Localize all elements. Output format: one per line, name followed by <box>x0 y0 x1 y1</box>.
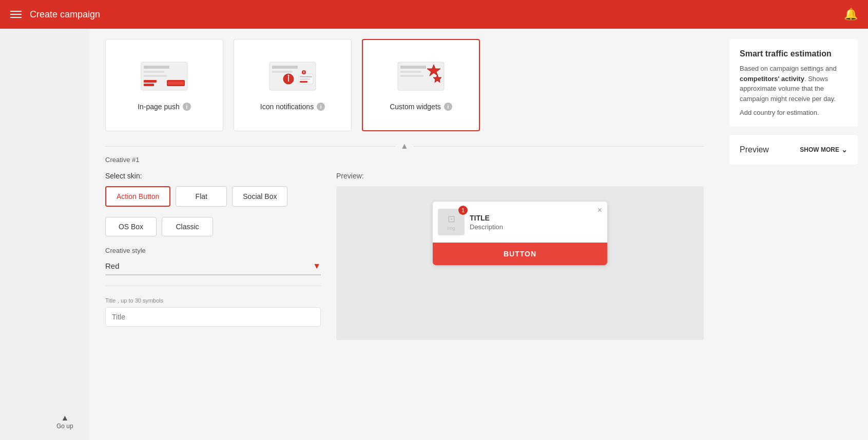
campaign-type-icon-notifications[interactable]: Icon notifications i <box>234 39 352 131</box>
icon-notifications-info-icon[interactable]: i <box>317 103 325 111</box>
skin-action-button[interactable]: Action Button <box>105 186 170 207</box>
in-page-push-illustration <box>139 59 190 95</box>
notification-top: ⊡ Img 1 TITLE Description × <box>433 202 607 243</box>
creative-style-label: Creative style <box>105 247 321 254</box>
app-header: Create campaign 🔔 <box>0 0 868 29</box>
preview-card-header: Preview SHOW MORE ⌄ <box>740 145 847 154</box>
title-field-group: Title , up to 30 symbols <box>105 296 321 327</box>
title-input[interactable] <box>105 307 321 327</box>
go-up-arrow-icon: ▲ <box>61 413 69 423</box>
go-up-label: Go up <box>56 423 73 430</box>
go-up-button[interactable]: ▲ Go up <box>56 413 73 430</box>
notification-card: ⊡ Img 1 TITLE Description × BUTTON <box>433 202 607 265</box>
svg-rect-3 <box>144 75 167 77</box>
preview-box: ⊡ Img 1 TITLE Description × BUTTON <box>336 186 704 340</box>
select-skin-label: Select skin: <box>105 172 321 180</box>
notification-close-icon[interactable]: × <box>597 206 602 215</box>
svg-rect-7 <box>144 84 154 86</box>
svg-rect-2 <box>144 71 164 73</box>
creative-style-group: Creative style Red Blue Green Dark ▼ <box>105 247 321 275</box>
hamburger-menu[interactable] <box>10 11 22 18</box>
smart-traffic-description: Based on campaign settings and competito… <box>740 64 847 104</box>
svg-rect-10 <box>272 71 293 73</box>
img-label: Img <box>447 226 455 231</box>
chevron-down-icon: ⌄ <box>841 146 847 154</box>
skin-os-box[interactable]: OS Box <box>105 217 157 236</box>
smart-traffic-card: Smart traffic estimation Based on campai… <box>729 39 858 127</box>
icon-notifications-illustration <box>267 59 318 95</box>
in-page-push-label: In-page push i <box>138 103 191 111</box>
creative-left-panel: Select skin: Action Button Flat Social B… <box>105 172 321 340</box>
svg-rect-6 <box>144 80 157 83</box>
title-field-label: Title , up to 30 symbols <box>105 296 321 304</box>
custom-widgets-illustration <box>395 59 447 95</box>
svg-rect-23 <box>400 71 421 73</box>
creative-section: Creative #1 Select skin: Action Button F… <box>105 156 704 340</box>
campaign-type-custom-widgets[interactable]: Custom widgets i <box>362 39 480 131</box>
svg-rect-1 <box>144 66 169 69</box>
svg-point-14 <box>288 75 290 76</box>
svg-rect-5 <box>168 82 184 85</box>
preview-side-title: Preview <box>740 145 769 154</box>
show-more-button[interactable]: SHOW MORE ⌄ <box>800 146 847 154</box>
skin-buttons: Action Button Flat Social Box <box>105 186 321 207</box>
creative-style-dropdown-wrapper: Red Blue Green Dark ▼ <box>105 257 321 275</box>
custom-widgets-info-icon[interactable]: i <box>444 103 452 111</box>
right-sidebar: Smart traffic estimation Based on campai… <box>719 29 868 440</box>
preview-panel: Preview: ⊡ Img 1 TITLE <box>336 172 704 340</box>
skin-social-box[interactable]: Social Box <box>232 186 287 207</box>
notification-title: TITLE <box>470 214 600 222</box>
notification-badge: 1 <box>458 206 468 215</box>
svg-rect-22 <box>400 66 426 69</box>
skin-buttons-row2: OS Box Classic <box>105 217 321 236</box>
image-icon: ⊡ <box>448 213 455 225</box>
main-content: In-page push i <box>90 29 719 440</box>
campaign-type-cards: In-page push i <box>105 39 704 131</box>
notification-bell-icon[interactable]: 🔔 <box>844 8 858 21</box>
svg-rect-17 <box>300 78 310 80</box>
creative-section-title: Creative #1 <box>105 156 704 164</box>
skin-flat[interactable]: Flat <box>176 186 227 207</box>
section-divider: ▲ <box>105 142 704 151</box>
in-page-push-info-icon[interactable]: i <box>183 103 191 111</box>
notification-text: TITLE Description <box>470 214 600 231</box>
svg-rect-9 <box>272 66 298 69</box>
smart-traffic-add-country: Add country for estimation. <box>740 109 847 116</box>
svg-rect-24 <box>400 75 423 77</box>
svg-rect-16 <box>300 76 312 77</box>
icon-notifications-label: Icon notifications i <box>260 103 325 111</box>
left-sidebar <box>0 29 90 440</box>
custom-widgets-label: Custom widgets i <box>390 103 452 111</box>
chevron-up-icon: ▲ <box>400 142 409 151</box>
campaign-type-in-page-push[interactable]: In-page push i <box>105 39 223 131</box>
preview-side-card: Preview SHOW MORE ⌄ <box>729 135 858 165</box>
creative-style-select[interactable]: Red Blue Green Dark <box>105 257 321 274</box>
preview-label: Preview: <box>336 172 704 180</box>
skin-classic[interactable]: Classic <box>162 217 213 236</box>
notification-description: Description <box>470 223 600 231</box>
smart-traffic-title: Smart traffic estimation <box>740 49 847 58</box>
page-title: Create campaign <box>30 9 100 20</box>
notification-action-button[interactable]: BUTTON <box>433 243 607 265</box>
svg-rect-18 <box>300 81 307 83</box>
